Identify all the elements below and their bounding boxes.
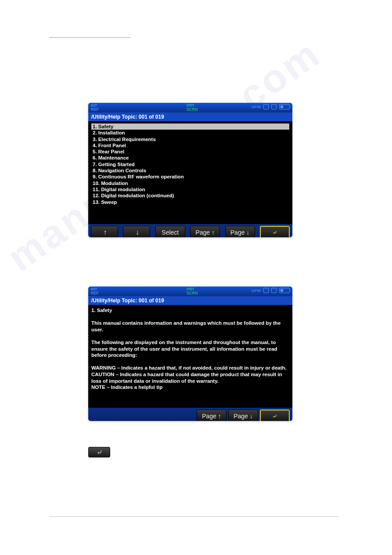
status-scrn: SCRN [187, 291, 198, 295]
path-text: /Utility/Help Topic: 001 of 019 [91, 297, 164, 304]
status-ref: REF [91, 291, 99, 295]
usb-icon [263, 104, 269, 109]
page-up-button[interactable]: Page ↑ [197, 410, 227, 421]
help-topic-list-screen: INT REF PRT SCRN GPIB /Utility/Help Topi… [88, 103, 292, 237]
arrow-up-icon: ↑ [102, 229, 107, 236]
page-down-button[interactable]: Page ↓ [225, 226, 255, 237]
battery-icon [279, 104, 290, 109]
list-item[interactable]: 3. Electrical Requirements [91, 136, 289, 142]
list-item[interactable]: 7. Getting Started [91, 161, 289, 167]
gpib-icon: GPIB [252, 289, 261, 293]
topic-detail-area: 1. Safety This manual contains informati… [88, 305, 292, 408]
mini-back-button[interactable]: ⤶ [88, 447, 110, 457]
select-button[interactable]: Select [155, 226, 185, 237]
list-item[interactable]: 1. Safety [91, 123, 289, 130]
topic-list[interactable]: 1. Safety2. Installation3. Electrical Re… [91, 123, 289, 205]
back-arrow-icon: ⤶ [97, 448, 102, 457]
arrow-down-icon: ↓ [134, 229, 139, 236]
path-bar: /Utility/Help Topic: 001 of 019 [88, 112, 292, 121]
back-arrow-icon: ⤶ [272, 229, 277, 236]
list-item[interactable]: 8. Navigation Controls [91, 167, 289, 174]
list-item[interactable]: 4. Front Panel [91, 142, 289, 149]
list-item[interactable]: 2. Installation [91, 130, 289, 136]
header-rule [49, 37, 131, 38]
help-topic-detail-screen: INT REF PRT SCRN GPIB /Utility/Help Topi… [88, 287, 292, 421]
list-item[interactable]: 9. Continuous RF waveform operation [91, 174, 289, 180]
back-button[interactable]: ⤶ [260, 410, 290, 421]
softkey-row: Page ↑ Page ↓ ⤶ [88, 408, 292, 421]
status-bar: INT REF PRT SCRN GPIB [88, 287, 292, 296]
status-scrn: SCRN [187, 108, 198, 112]
topic-list-area: 1. Safety2. Installation3. Electrical Re… [88, 121, 292, 224]
list-item[interactable]: 13. Sweep [91, 199, 289, 205]
list-item[interactable]: 10. Modulation [91, 180, 289, 186]
page-up-button[interactable]: Page ↑ [190, 226, 220, 237]
status-ref: REF [91, 108, 99, 112]
status-left: INT REF [91, 287, 99, 295]
gpib-icon: GPIB [252, 105, 261, 109]
status-left: INT REF [91, 104, 99, 112]
status-right-icons: GPIB [252, 104, 290, 109]
lan-icon [271, 288, 277, 293]
status-right-icons: GPIB [252, 288, 290, 293]
back-button[interactable]: ⤶ [260, 226, 290, 237]
list-item[interactable]: 6. Maintenance [91, 155, 289, 161]
list-item[interactable]: 12. Digital modulation (continued) [91, 192, 289, 199]
up-button[interactable]: ↑ [91, 226, 118, 237]
footer-rule [49, 516, 339, 517]
page-down-button[interactable]: Page ↓ [228, 410, 258, 421]
battery-icon [279, 288, 290, 293]
status-bar: INT REF PRT SCRN GPIB [88, 103, 292, 112]
softkey-row: ↑ ↓ Select Page ↑ Page ↓ ⤶ [88, 224, 292, 237]
down-button[interactable]: ↓ [123, 226, 150, 237]
lan-icon [271, 104, 277, 109]
topic-detail-text: 1. Safety This manual contains informati… [91, 307, 289, 391]
list-item[interactable]: 11. Digital modulation [91, 186, 289, 192]
status-center: PRT SCRN [187, 104, 198, 112]
status-center: PRT SCRN [187, 287, 198, 295]
usb-icon [263, 288, 269, 293]
back-arrow-icon: ⤶ [272, 413, 277, 420]
list-item[interactable]: 5. Rear Panel [91, 149, 289, 155]
path-text: /Utility/Help Topic: 001 of 019 [91, 114, 164, 120]
path-bar: /Utility/Help Topic: 001 of 019 [88, 296, 292, 305]
